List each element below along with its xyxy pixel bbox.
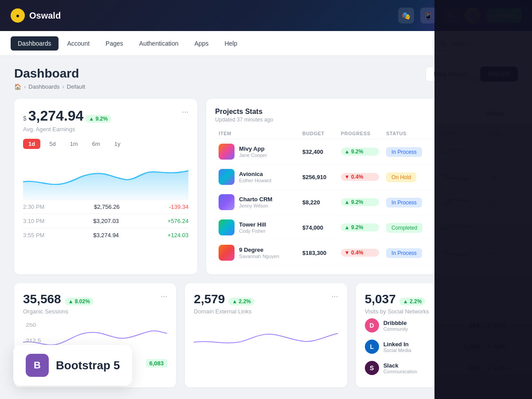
- col-chart: CHART: [436, 128, 483, 139]
- project-thumb: [219, 219, 235, 235]
- project-budget: $8,220: [302, 199, 320, 206]
- stat-time-2: 3:10 PM: [23, 218, 44, 224]
- status-badge: In Process: [386, 248, 422, 258]
- project-progress: ▼ 0.4%: [341, 249, 379, 257]
- tab-pages[interactable]: Pages: [98, 36, 130, 51]
- search-box[interactable]: 🔍: [433, 37, 521, 50]
- device-icon[interactable]: 📱: [420, 8, 436, 23]
- projects-stats-card: Projects Stats Updated 37 minutes ago Hi…: [206, 99, 518, 274]
- earnings-chart: [23, 155, 188, 200]
- organic-label: Organic Sessions: [23, 308, 167, 315]
- stat-change-1: -139.34: [169, 203, 188, 210]
- col-view: VIEW: [484, 128, 509, 139]
- project-progress: ▲ 9.2%: [341, 198, 379, 206]
- stat-amount-2: $3,207.03: [93, 218, 119, 224]
- bootstrap-card: B Bootstrap 5: [13, 345, 132, 386]
- time-tab-6m[interactable]: 6m: [87, 139, 106, 149]
- project-sparkline: [440, 195, 471, 208]
- breadcrumb-dashboards[interactable]: Dashboards: [28, 83, 59, 90]
- domain-more-button[interactable]: ···: [332, 292, 338, 300]
- domain-label: Domain External Links: [194, 308, 338, 315]
- history-button[interactable]: History: [481, 108, 509, 119]
- tab-apps[interactable]: Apps: [188, 36, 216, 51]
- avatar[interactable]: 👤: [465, 8, 481, 23]
- currency-sign: $: [23, 115, 27, 122]
- col-item: ITEM: [215, 128, 299, 139]
- social-type: Community: [383, 326, 408, 332]
- mask-icon[interactable]: 🎭: [398, 8, 414, 23]
- social-name: Slack: [383, 362, 417, 369]
- stat-amount-3: $3,274.94: [93, 232, 119, 239]
- brand: ● Oswald: [11, 8, 61, 23]
- search-input[interactable]: [450, 40, 515, 47]
- stat-change-3: +124.03: [168, 232, 188, 239]
- invite-button[interactable]: + Invite: [487, 8, 521, 23]
- time-tab-1y[interactable]: 1y: [109, 139, 126, 149]
- view-button[interactable]: →: [487, 145, 500, 158]
- organic-badge: ▲ 8.02%: [65, 297, 94, 305]
- tab-help[interactable]: Help: [217, 36, 244, 51]
- project-name: Charto CRM: [239, 196, 272, 203]
- status-badge: In Process: [386, 147, 422, 157]
- view-button[interactable]: →: [487, 196, 500, 208]
- stats-rows: 2:30 PM $2,756.26 -139.34 3:10 PM $3,207…: [23, 200, 188, 242]
- view-button[interactable]: →: [487, 246, 500, 259]
- organic-more-button[interactable]: ···: [160, 292, 167, 300]
- view-button[interactable]: →: [487, 171, 500, 183]
- time-tab-1d[interactable]: 1d: [23, 139, 40, 149]
- organic-value: 35,568: [23, 292, 61, 306]
- social-name: Linked In: [383, 341, 411, 348]
- brand-name: Oswald: [29, 11, 61, 21]
- time-tab-5d[interactable]: 5d: [44, 139, 61, 149]
- time-tabs: 1d 5d 1m 6m 1y: [23, 139, 188, 149]
- earnings-more-button[interactable]: ···: [182, 108, 188, 116]
- table-row: Charto CRM Jenny Wilson $8,220 ▲ 9.2% In…: [215, 190, 509, 215]
- tab-account[interactable]: Account: [60, 36, 97, 51]
- new-project-button[interactable]: New Project: [426, 66, 476, 82]
- domain-links-card: 2,579 ▲ 2.2% ··· Domain External Links: [185, 283, 347, 387]
- social-label: Visits by Social Networks: [365, 308, 509, 315]
- social-more-button[interactable]: ···: [502, 292, 509, 300]
- social-name: Dribbble: [383, 320, 408, 326]
- domain-badge: ▲ 2.2%: [228, 297, 254, 305]
- table-row: Mivy App Jane Cooper $32,400 ▲ 9.2% In P…: [215, 139, 509, 164]
- col-progress: PROGRESS: [337, 128, 383, 139]
- breadcrumb-home-icon: 🏠: [14, 83, 21, 90]
- projects-subtitle: Updated 37 minutes ago: [215, 117, 273, 123]
- social-icon: L: [365, 340, 379, 354]
- project-name: Avionica: [239, 171, 271, 177]
- project-progress: ▲ 9.2%: [341, 223, 379, 231]
- nav-right: 🎭 📱 ⚛ 👤 + Invite: [398, 8, 521, 23]
- project-budget: $256,910: [302, 174, 326, 180]
- tab-dashboards[interactable]: Dashboards: [11, 36, 59, 51]
- project-budget: $32,400: [302, 149, 323, 155]
- time-tab-1m[interactable]: 1m: [65, 139, 83, 149]
- social-count: 794: [469, 364, 479, 372]
- stat-time-1: 2:30 PM: [23, 203, 44, 210]
- tab-authentication[interactable]: Authentication: [132, 36, 186, 51]
- bootstrap-label: Bootstrap 5: [56, 359, 120, 372]
- project-sparkline: [440, 170, 471, 183]
- project-thumb: [219, 245, 235, 261]
- brand-logo: ●: [11, 8, 25, 23]
- col-status: STATUS: [383, 128, 436, 139]
- social-row: S Slack Communication 794 ▲ 0.2%: [365, 357, 509, 379]
- project-person: Savannah Nguyen: [239, 254, 279, 259]
- project-person: Cody Fisher: [239, 228, 266, 234]
- social-row: L Linked In Social Media 1,088 ▼ 0.4%: [365, 336, 509, 357]
- project-sparkline: [440, 145, 471, 158]
- status-badge: In Process: [386, 198, 422, 207]
- share-icon[interactable]: ⚛: [442, 8, 458, 23]
- social-type: Social Media: [383, 348, 411, 353]
- social-badge: ▲ 2.2%: [399, 297, 426, 305]
- project-budget: $74,000: [302, 224, 323, 231]
- earnings-card: $ 3,274.94 ▲ 9.2% Avg. Agent Earnings ··…: [14, 99, 197, 274]
- projects-title: Projects Stats: [215, 108, 273, 116]
- social-change: ▲ 2.6%: [483, 321, 509, 329]
- view-button[interactable]: →: [487, 221, 500, 234]
- table-row: Tower Hill Cody Fisher $74,000 ▲ 9.2% Co…: [215, 215, 509, 240]
- project-sparkline: [440, 246, 471, 259]
- project-thumb: [219, 194, 235, 210]
- reports-button[interactable]: Reports: [480, 66, 518, 82]
- project-name: Tower Hill: [239, 221, 266, 228]
